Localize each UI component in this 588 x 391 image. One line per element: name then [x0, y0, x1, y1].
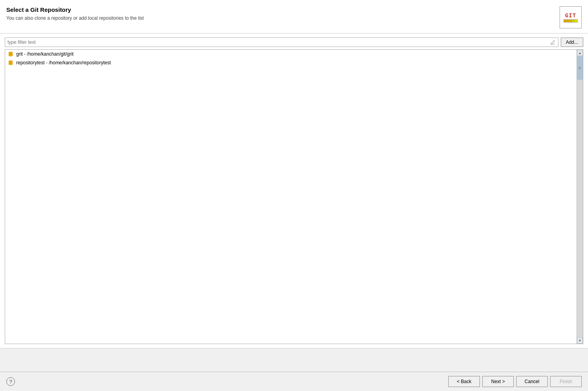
scrollbar-up-button[interactable]: ▲: [577, 50, 583, 56]
svg-rect-8: [9, 62, 13, 63]
header-text: Select a Git Repository You can also clo…: [6, 6, 144, 21]
svg-rect-4: [9, 53, 13, 54]
list-item[interactable]: repositorytest - /home/kanchan/repositor…: [5, 58, 577, 67]
bottom-bar: ? < Back Next > Cancel Finish: [0, 372, 588, 391]
repo-icon-2: [7, 60, 14, 66]
navigation-buttons: < Back Next > Cancel Finish: [448, 376, 582, 387]
svg-point-3: [9, 55, 13, 56]
git-logo: GIT: [560, 6, 582, 28]
git-logo-text: GIT: [565, 12, 576, 19]
scrollbar-thumb[interactable]: [577, 56, 583, 80]
scrollbar-space: [577, 80, 583, 337]
header-area: Select a Git Repository You can also clo…: [0, 0, 588, 34]
footer-area: [0, 348, 588, 372]
back-button[interactable]: < Back: [448, 376, 480, 387]
scrollbar-down-button[interactable]: ▼: [577, 337, 583, 344]
list-item[interactable]: grit - /home/kanchan/git/grit: [5, 50, 577, 58]
finish-button[interactable]: Finish: [550, 376, 582, 387]
dialog-title: Select a Git Repository: [6, 6, 144, 13]
repository-list: grit - /home/kanchan/git/grit repository…: [5, 50, 577, 344]
filter-clear-icon[interactable]: [549, 39, 556, 46]
svg-point-7: [9, 64, 13, 65]
content-area: Add... grit - /home/kanchan/git/grit: [0, 34, 588, 348]
dialog-subtitle: You can also clone a repository or add l…: [6, 15, 144, 21]
next-button[interactable]: Next >: [482, 376, 514, 387]
filter-row: Add...: [5, 37, 583, 47]
repo-label-1: grit - /home/kanchan/git/grit: [16, 51, 73, 57]
scrollbar-track[interactable]: ▲ ▼: [577, 50, 583, 344]
filter-input[interactable]: [5, 38, 558, 47]
help-button[interactable]: ?: [6, 377, 15, 386]
filter-input-wrapper: [5, 37, 558, 47]
repo-icon-1: [7, 51, 14, 57]
repo-label-2: repositorytest - /home/kanchan/repositor…: [16, 60, 111, 65]
dialog-container: Select a Git Repository You can also clo…: [0, 0, 588, 391]
repository-list-area: grit - /home/kanchan/git/grit repository…: [5, 49, 583, 344]
git-logo-bar: [564, 19, 578, 22]
cancel-button[interactable]: Cancel: [516, 376, 548, 387]
add-button[interactable]: Add...: [561, 37, 583, 47]
git-logo-inner: GIT: [564, 12, 578, 22]
